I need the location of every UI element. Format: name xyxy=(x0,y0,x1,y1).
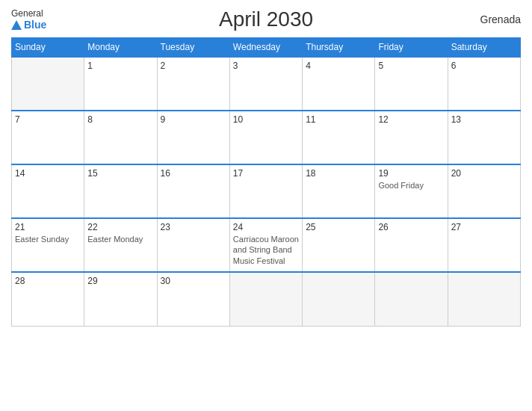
header-row: Sunday Monday Tuesday Wednesday Thursday… xyxy=(12,38,521,58)
col-sunday: Sunday xyxy=(12,38,84,58)
calendar-cell: 9 xyxy=(157,111,229,164)
calendar-cell: 21Easter Sunday xyxy=(12,218,84,272)
calendar-cell: 5 xyxy=(375,57,448,111)
header: General Blue April 2030 Grenada xyxy=(11,7,521,31)
calendar-table: Sunday Monday Tuesday Wednesday Thursday… xyxy=(11,37,521,327)
calendar-cell: 7 xyxy=(12,111,84,164)
calendar-week-2: 78910111213 xyxy=(12,111,521,164)
col-wednesday: Wednesday xyxy=(229,38,302,58)
calendar-cell: 13 xyxy=(448,111,520,164)
logo-line1: General xyxy=(11,8,43,19)
day-number: 19 xyxy=(378,168,444,179)
day-number: 1 xyxy=(87,61,153,71)
calendar-week-4: 21Easter Sunday22Easter Monday2324Carria… xyxy=(12,218,521,272)
calendar-cell: 22Easter Monday xyxy=(84,218,157,272)
event-text: Easter Monday xyxy=(87,235,143,244)
day-number: 18 xyxy=(306,168,371,179)
calendar-cell: 23 xyxy=(157,218,229,272)
day-number: 4 xyxy=(306,61,371,71)
calendar-week-5: 282930 xyxy=(12,272,521,326)
calendar-cell: 30 xyxy=(157,272,229,326)
calendar-container: General Blue April 2030 Grenada Sunday M… xyxy=(0,0,532,411)
calendar-cell: 2 xyxy=(157,57,229,111)
logo-blue-text: Blue xyxy=(24,19,46,31)
day-number: 21 xyxy=(15,222,81,232)
calendar-cell: 25 xyxy=(303,218,375,272)
calendar-cell: 18 xyxy=(303,164,375,218)
day-number: 7 xyxy=(15,114,81,125)
day-number: 23 xyxy=(161,222,226,232)
day-number: 17 xyxy=(233,168,299,179)
calendar-week-1: 123456 xyxy=(12,57,521,111)
day-number: 24 xyxy=(233,222,299,232)
day-number: 3 xyxy=(233,61,299,71)
calendar-cell: 1 xyxy=(84,57,157,111)
day-number: 12 xyxy=(378,114,444,125)
logo: General Blue xyxy=(11,8,71,31)
day-number: 5 xyxy=(378,61,444,71)
day-number: 27 xyxy=(451,222,517,232)
day-number: 28 xyxy=(15,276,81,286)
calendar-cell: 29 xyxy=(84,272,157,326)
day-number: 20 xyxy=(451,168,517,179)
calendar-cell: 16 xyxy=(157,164,229,218)
col-monday: Monday xyxy=(84,38,157,58)
logo-line2: Blue xyxy=(11,19,46,31)
calendar-cell: 20 xyxy=(448,164,520,218)
country-label: Grenada xyxy=(461,13,521,25)
day-number: 8 xyxy=(87,114,153,125)
calendar-cell: 12 xyxy=(375,111,448,164)
day-number: 25 xyxy=(306,222,371,232)
calendar-cell: 3 xyxy=(229,57,302,111)
calendar-cell: 14 xyxy=(12,164,84,218)
col-saturday: Saturday xyxy=(448,38,520,58)
day-number: 22 xyxy=(87,222,153,232)
event-text: Good Friday xyxy=(378,181,424,190)
logo-general-text: General xyxy=(11,8,43,19)
event-text: Carriacou Maroon and String Band Music F… xyxy=(233,235,299,265)
day-number: 26 xyxy=(378,222,444,232)
day-number: 15 xyxy=(87,168,153,179)
calendar-cell: 6 xyxy=(448,57,520,111)
day-number: 11 xyxy=(306,114,371,125)
calendar-cell: 24Carriacou Maroon and String Band Music… xyxy=(229,218,302,272)
calendar-cell xyxy=(12,57,84,111)
day-number: 13 xyxy=(451,114,517,125)
day-number: 2 xyxy=(161,61,226,71)
calendar-week-3: 141516171819Good Friday20 xyxy=(12,164,521,218)
calendar-title: April 2030 xyxy=(71,7,461,31)
day-number: 16 xyxy=(161,168,226,179)
calendar-cell: 17 xyxy=(229,164,302,218)
calendar-cell: 8 xyxy=(84,111,157,164)
day-number: 6 xyxy=(451,61,517,71)
calendar-cell: 15 xyxy=(84,164,157,218)
day-number: 9 xyxy=(161,114,226,125)
calendar-cell: 26 xyxy=(375,218,448,272)
calendar-cell: 27 xyxy=(448,218,520,272)
day-number: 10 xyxy=(233,114,299,125)
event-text: Easter Sunday xyxy=(15,235,69,244)
col-friday: Friday xyxy=(375,38,448,58)
calendar-cell: 10 xyxy=(229,111,302,164)
calendar-header: Sunday Monday Tuesday Wednesday Thursday… xyxy=(12,38,521,58)
calendar-cell xyxy=(448,272,520,326)
calendar-cell xyxy=(229,272,302,326)
logo-flag-icon xyxy=(11,20,22,30)
col-thursday: Thursday xyxy=(303,38,375,58)
calendar-cell: 11 xyxy=(303,111,375,164)
calendar-cell xyxy=(375,272,448,326)
col-tuesday: Tuesday xyxy=(157,38,229,58)
calendar-cell: 28 xyxy=(12,272,84,326)
calendar-body: 12345678910111213141516171819Good Friday… xyxy=(12,57,521,326)
day-number: 29 xyxy=(87,276,153,286)
day-number: 30 xyxy=(161,276,226,286)
calendar-cell: 4 xyxy=(303,57,375,111)
calendar-cell xyxy=(303,272,375,326)
calendar-cell: 19Good Friday xyxy=(375,164,448,218)
day-number: 14 xyxy=(15,168,81,179)
